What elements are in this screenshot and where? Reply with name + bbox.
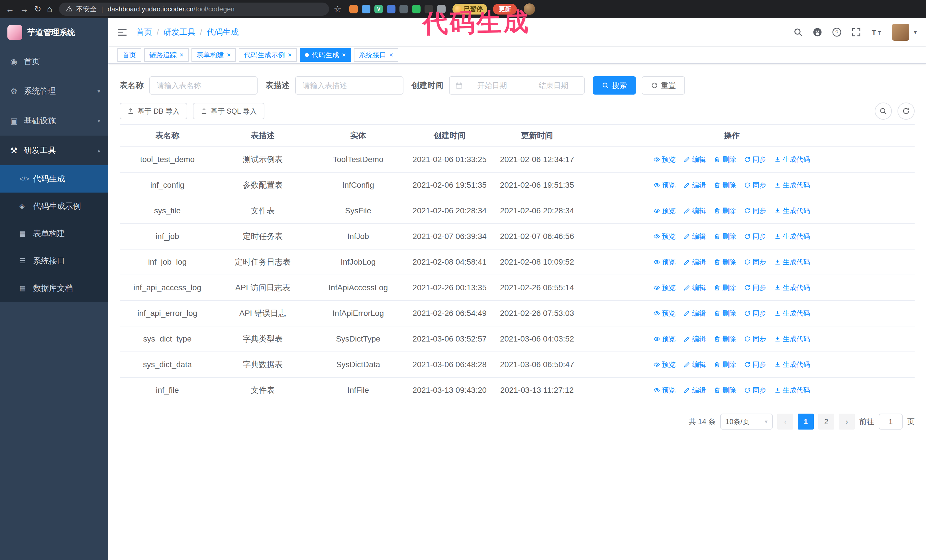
user-avatar[interactable] [892, 24, 909, 41]
beer-extension-icon[interactable] [349, 5, 358, 14]
search-icon[interactable] [793, 27, 803, 37]
font-size-icon[interactable]: TT [871, 27, 882, 37]
delete-link[interactable]: 删除 [714, 231, 736, 242]
fullscreen-icon[interactable] [851, 27, 861, 37]
close-icon[interactable]: × [180, 51, 183, 58]
delete-link[interactable]: 删除 [714, 154, 736, 165]
generate-code-link[interactable]: 生成代码 [774, 231, 810, 242]
sync-link[interactable]: 同步 [744, 385, 766, 396]
sync-link[interactable]: 同步 [744, 282, 766, 293]
close-icon[interactable]: × [342, 51, 346, 58]
forward-button[interactable]: → [20, 5, 29, 14]
sync-link[interactable]: 同步 [744, 308, 766, 319]
breadcrumb-home[interactable]: 首页 [136, 27, 152, 38]
tab-codegen-example[interactable]: 代码生成示例 × [239, 48, 297, 62]
breadcrumb-dev-tools[interactable]: 研发工具 [163, 27, 195, 38]
preview-link[interactable]: 预览 [653, 308, 676, 319]
edit-link[interactable]: 编辑 [684, 385, 706, 396]
back-button[interactable]: ← [6, 5, 14, 14]
chevron-down-icon[interactable]: ▾ [914, 29, 917, 36]
tab-codegen[interactable]: 代码生成 × [300, 48, 351, 62]
generate-code-link[interactable]: 生成代码 [774, 257, 810, 268]
edit-link[interactable]: 编辑 [684, 154, 706, 165]
delete-link[interactable]: 删除 [714, 308, 736, 319]
preview-link[interactable]: 预览 [653, 359, 676, 370]
preview-link[interactable]: 预览 [653, 205, 676, 216]
sync-link[interactable]: 同步 [744, 231, 766, 242]
preview-link[interactable]: 预览 [653, 231, 676, 242]
refresh-table-button[interactable] [897, 103, 915, 120]
sidebar-toggle-icon[interactable] [117, 27, 127, 37]
close-icon[interactable]: × [389, 51, 393, 58]
generate-code-link[interactable]: 生成代码 [774, 359, 810, 370]
sidebar-subitem-code-generation[interactable]: </> 代码生成 [0, 165, 108, 193]
generate-code-link[interactable]: 生成代码 [774, 333, 810, 345]
bookmark-star-icon[interactable]: ☆ [334, 5, 341, 14]
preview-link[interactable]: 预览 [653, 385, 676, 396]
edit-link[interactable]: 编辑 [684, 359, 706, 370]
page-size-select[interactable]: 10条/页 ▾ [720, 414, 773, 430]
tab-form-builder[interactable]: 表单构建 × [191, 48, 236, 62]
accounts-extension-icon[interactable] [387, 5, 395, 14]
delete-link[interactable]: 删除 [714, 180, 736, 191]
paw-extension-icon[interactable] [425, 5, 433, 14]
import-db-button[interactable]: 基于 DB 导入 [120, 103, 187, 119]
goto-page-input[interactable] [879, 414, 903, 430]
sidebar-subitem-system-api[interactable]: ☰ 系统接口 [0, 247, 108, 275]
close-icon[interactable]: × [227, 51, 231, 58]
edit-link[interactable]: 编辑 [684, 180, 706, 191]
generate-code-link[interactable]: 生成代码 [774, 154, 810, 165]
sidebar-subitem-database-doc[interactable]: ▤ 数据库文档 [0, 275, 108, 302]
help-icon[interactable]: ? [832, 27, 842, 37]
tab-home[interactable]: 首页 [117, 48, 141, 62]
edit-link[interactable]: 编辑 [684, 333, 706, 345]
address-bar[interactable]: 不安全 | dashboard.yudao.iocoder.cn/tool/co… [59, 3, 329, 16]
delete-link[interactable]: 删除 [714, 333, 736, 345]
water-drop-extension-icon[interactable] [362, 5, 371, 14]
delete-link[interactable]: 删除 [714, 282, 736, 293]
vue-devtools-extension-icon[interactable]: V [374, 5, 383, 14]
delete-link[interactable]: 删除 [714, 205, 736, 216]
delete-link[interactable]: 删除 [714, 385, 736, 396]
browser-profile-avatar[interactable] [524, 3, 535, 15]
next-page-button[interactable]: › [839, 414, 855, 430]
edit-link[interactable]: 编辑 [684, 257, 706, 268]
preview-link[interactable]: 预览 [653, 154, 676, 165]
preview-link[interactable]: 预览 [653, 333, 676, 345]
table-desc-input[interactable] [295, 76, 404, 95]
reset-button[interactable]: 重置 [642, 76, 685, 95]
extensions-puzzle-icon[interactable] [437, 5, 446, 14]
sidebar-subitem-form-builder[interactable]: ▦ 表单构建 [0, 220, 108, 247]
sidebar-item-infrastructure[interactable]: ▣ 基础设施 ▾ [0, 106, 108, 136]
preview-link[interactable]: 预览 [653, 180, 676, 191]
sync-link[interactable]: 同步 [744, 154, 766, 165]
sidebar-item-system-management[interactable]: ⚙ 系统管理 ▾ [0, 76, 108, 106]
delete-link[interactable]: 删除 [714, 257, 736, 268]
edit-link[interactable]: 编辑 [684, 308, 706, 319]
toggle-search-button[interactable] [875, 103, 892, 120]
create-time-range-picker[interactable]: 开始日期 - 结束日期 [449, 76, 585, 95]
edit-link[interactable]: 编辑 [684, 231, 706, 242]
close-icon[interactable]: × [288, 51, 292, 58]
github-icon[interactable] [813, 27, 822, 37]
tab-trace[interactable]: 链路追踪 × [144, 48, 189, 62]
generate-code-link[interactable]: 生成代码 [774, 385, 810, 396]
sync-link[interactable]: 同步 [744, 180, 766, 191]
search-button[interactable]: 搜索 [593, 76, 636, 95]
sidebar-item-home[interactable]: ◉ 首页 [0, 47, 108, 76]
delete-link[interactable]: 删除 [714, 359, 736, 370]
sync-link[interactable]: 同步 [744, 205, 766, 216]
home-button[interactable]: ⌂ [47, 5, 52, 14]
sidebar-subitem-codegen-example[interactable]: ◈ 代码生成示例 [0, 193, 108, 220]
import-sql-button[interactable]: 基于 SQL 导入 [193, 103, 265, 119]
sync-link[interactable]: 同步 [744, 333, 766, 345]
sync-link[interactable]: 同步 [744, 257, 766, 268]
prev-page-button[interactable]: ‹ [777, 414, 793, 430]
sync-link[interactable]: 同步 [744, 359, 766, 370]
tab-system-api[interactable]: 系统接口 × [354, 48, 398, 62]
page-2-button[interactable]: 2 [818, 414, 834, 430]
reload-button[interactable]: ↻ [34, 5, 41, 14]
generate-code-link[interactable]: 生成代码 [774, 205, 810, 216]
edit-link[interactable]: 编辑 [684, 282, 706, 293]
generate-code-link[interactable]: 生成代码 [774, 282, 810, 293]
